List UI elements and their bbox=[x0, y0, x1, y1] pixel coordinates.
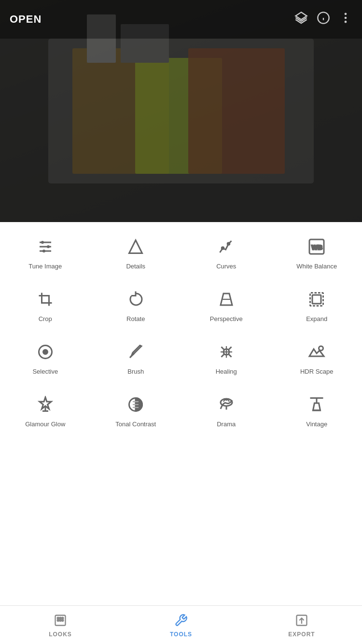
svg-point-45 bbox=[62, 617, 64, 619]
tool-tonal-contrast[interactable]: Tonal Contrast bbox=[91, 385, 181, 437]
tool-glamour-glow[interactable]: Glamour Glow bbox=[0, 385, 91, 437]
svg-point-46 bbox=[57, 619, 59, 621]
header: OPEN bbox=[0, 0, 362, 39]
info-icon[interactable] bbox=[317, 11, 330, 28]
nav-looks[interactable]: LOOKS bbox=[0, 613, 121, 638]
tools-nav-label: TOOLS bbox=[170, 631, 192, 638]
healing-icon bbox=[215, 341, 237, 363]
nav-export[interactable]: EXPORT bbox=[241, 613, 362, 638]
open-button[interactable]: OPEN bbox=[10, 13, 42, 26]
looks-nav-label: LOOKS bbox=[49, 631, 72, 638]
tool-crop[interactable]: Crop bbox=[0, 280, 91, 332]
svg-point-43 bbox=[57, 617, 59, 619]
header-icons bbox=[294, 11, 352, 28]
export-nav-icon bbox=[294, 613, 309, 628]
white-balance-icon: WB bbox=[306, 236, 328, 258]
nav-tools[interactable]: TOOLS bbox=[121, 613, 241, 638]
drama-label: Drama bbox=[217, 420, 236, 429]
tool-tune-image[interactable]: Tune Image bbox=[0, 227, 91, 280]
white-balance-label: White Balance bbox=[296, 263, 337, 271]
curves-icon bbox=[215, 236, 237, 258]
tools-nav-icon bbox=[173, 613, 189, 628]
tool-healing[interactable]: Healing bbox=[181, 332, 272, 385]
crop-label: Crop bbox=[39, 315, 52, 323]
svg-point-5 bbox=[345, 17, 347, 19]
tool-rotate[interactable]: Rotate bbox=[91, 280, 181, 332]
more-icon[interactable] bbox=[339, 11, 352, 28]
svg-rect-21 bbox=[312, 295, 321, 304]
expand-icon bbox=[306, 288, 328, 310]
svg-point-6 bbox=[345, 21, 347, 23]
tool-white-balance[interactable]: WB White Balance bbox=[272, 227, 362, 280]
selective-icon bbox=[34, 341, 56, 363]
rotate-label: Rotate bbox=[126, 315, 145, 323]
tool-drama[interactable]: Drama bbox=[181, 385, 272, 437]
svg-marker-39 bbox=[313, 403, 320, 410]
svg-point-10 bbox=[41, 241, 44, 244]
tool-selective[interactable]: Selective bbox=[0, 332, 91, 385]
svg-text:WB: WB bbox=[312, 244, 323, 251]
tool-vintage[interactable]: Vintage bbox=[272, 385, 362, 437]
bottom-nav: LOOKS TOOLS EXPORT bbox=[0, 605, 362, 644]
svg-point-23 bbox=[43, 350, 47, 354]
svg-marker-13 bbox=[129, 240, 142, 253]
tune-image-label: Tune Image bbox=[28, 263, 62, 271]
layers-icon[interactable] bbox=[294, 11, 308, 28]
svg-point-11 bbox=[47, 245, 50, 248]
tonal-contrast-icon bbox=[125, 393, 147, 416]
tool-curves[interactable]: Curves bbox=[181, 227, 272, 280]
tool-hdr-scape[interactable]: HDR Scape bbox=[272, 332, 362, 385]
tools-panel: Tune Image Details Curves WB bbox=[0, 222, 362, 605]
svg-point-15 bbox=[227, 243, 230, 245]
healing-label: Healing bbox=[216, 368, 237, 376]
curves-label: Curves bbox=[216, 263, 236, 271]
tune-image-icon bbox=[34, 236, 56, 258]
perspective-icon bbox=[215, 288, 237, 310]
svg-point-12 bbox=[42, 250, 45, 252]
svg-point-47 bbox=[59, 619, 61, 621]
export-nav-label: EXPORT bbox=[288, 631, 315, 638]
tonal-contrast-label: Tonal Contrast bbox=[115, 420, 156, 429]
tool-expand[interactable]: Expand bbox=[272, 280, 362, 332]
hdr-scape-label: HDR Scape bbox=[300, 368, 334, 376]
looks-nav-icon bbox=[53, 613, 68, 628]
perspective-label: Perspective bbox=[210, 315, 243, 323]
tool-details[interactable]: Details bbox=[91, 227, 181, 280]
glamour-glow-label: Glamour Glow bbox=[25, 420, 65, 429]
svg-point-14 bbox=[222, 247, 224, 250]
glamour-glow-icon bbox=[34, 393, 56, 416]
svg-point-44 bbox=[59, 617, 61, 619]
svg-line-24 bbox=[133, 353, 134, 355]
details-icon bbox=[125, 236, 147, 258]
hdr-scape-icon bbox=[306, 341, 328, 363]
expand-label: Expand bbox=[306, 315, 327, 323]
tool-brush[interactable]: Brush bbox=[91, 332, 181, 385]
rotate-icon bbox=[125, 288, 147, 310]
selective-label: Selective bbox=[32, 368, 58, 376]
tools-grid: Tune Image Details Curves WB bbox=[0, 222, 362, 442]
svg-point-4 bbox=[345, 13, 347, 15]
svg-point-29 bbox=[319, 346, 323, 350]
crop-icon bbox=[34, 288, 56, 310]
svg-point-48 bbox=[62, 619, 64, 621]
vintage-icon bbox=[306, 393, 328, 416]
drama-icon bbox=[215, 393, 237, 416]
tool-perspective[interactable]: Perspective bbox=[181, 280, 272, 332]
vintage-label: Vintage bbox=[306, 420, 327, 429]
brush-icon bbox=[125, 341, 147, 363]
brush-label: Brush bbox=[127, 368, 144, 376]
details-label: Details bbox=[126, 263, 145, 271]
